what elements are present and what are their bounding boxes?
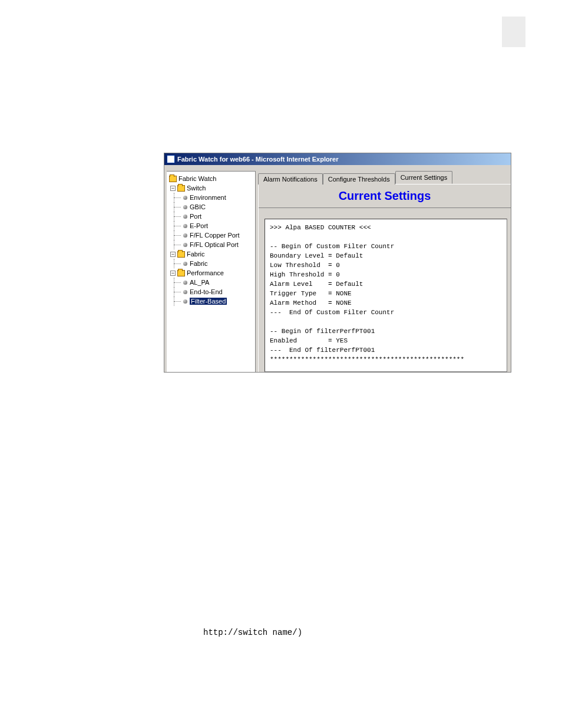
title-bar[interactable]: Fabric Watch for web66 - Microsoft Inter… (164, 153, 511, 165)
tree-item-eport[interactable]: E-Port (168, 221, 254, 230)
leaf-icon (183, 262, 187, 266)
footer-url-text: http://switch name/) (203, 628, 302, 637)
tree-item-copper[interactable]: F/FL Copper Port (168, 230, 254, 240)
folder-icon (177, 185, 185, 192)
tree-item-optical[interactable]: F/FL Optical Port (168, 240, 254, 249)
leaf-icon (183, 205, 187, 209)
collapse-icon[interactable]: − (170, 271, 176, 276)
leaf-icon (183, 233, 187, 238)
tree-performance-label: Performance (187, 269, 224, 276)
leaf-icon (183, 224, 187, 228)
leaf-icon (183, 243, 187, 247)
tree-switch-label: Switch (187, 185, 206, 192)
ie-icon (167, 155, 175, 163)
tree-item-filterbased[interactable]: Filter-Based (168, 297, 254, 306)
folder-icon (169, 176, 177, 182)
tree-item-environment[interactable]: Environment (168, 193, 254, 202)
window-title: Fabric Watch for web66 - Microsoft Inter… (177, 156, 338, 163)
tree-root[interactable]: Fabric Watch (168, 174, 254, 183)
tree-fabric[interactable]: − Fabric (168, 249, 254, 259)
tab-row: Alarm Notifications Configure Thresholds… (258, 171, 511, 184)
collapse-icon[interactable]: − (170, 252, 176, 257)
header-placeholder (502, 17, 525, 47)
tree-item-alpa[interactable]: AL_PA (168, 278, 254, 287)
folder-icon (177, 270, 185, 276)
tree-item-endtoend[interactable]: End-to-End (168, 287, 254, 297)
tree-item-gbic[interactable]: GBIC (168, 202, 254, 212)
tree-performance[interactable]: − Performance (168, 268, 254, 278)
tab-alarm-notifications[interactable]: Alarm Notifications (258, 173, 323, 185)
folder-icon (177, 251, 185, 258)
tab-current-settings[interactable]: Current Settings (395, 171, 452, 184)
app-window: Fabric Watch for web66 - Microsoft Inter… (164, 153, 511, 373)
window-body: Fabric Watch − Switch Environment GBIC P… (164, 165, 511, 372)
tree-panel: Fabric Watch − Switch Environment GBIC P… (167, 171, 256, 372)
settings-heading: Current Settings (259, 185, 511, 208)
collapse-icon[interactable]: − (170, 186, 176, 191)
tree-item-fabric[interactable]: Fabric (168, 259, 254, 268)
leaf-icon (183, 299, 187, 304)
tree-root-label: Fabric Watch (178, 175, 216, 182)
tab-configure-thresholds[interactable]: Configure Thresholds (323, 173, 395, 185)
tree-switch[interactable]: − Switch (168, 183, 254, 193)
tab-content: Current Settings >>> Alpa BASED COUNTER … (258, 184, 511, 372)
leaf-icon (183, 290, 187, 294)
settings-output: >>> Alpa BASED COUNTER <<< -- Begin Of C… (265, 219, 507, 372)
tree-item-port[interactable]: Port (168, 212, 254, 221)
leaf-icon (183, 196, 187, 200)
leaf-icon (183, 215, 187, 219)
tree-fabric-label: Fabric (187, 251, 205, 258)
leaf-icon (183, 281, 187, 285)
content-panel: Alarm Notifications Configure Thresholds… (258, 171, 511, 372)
